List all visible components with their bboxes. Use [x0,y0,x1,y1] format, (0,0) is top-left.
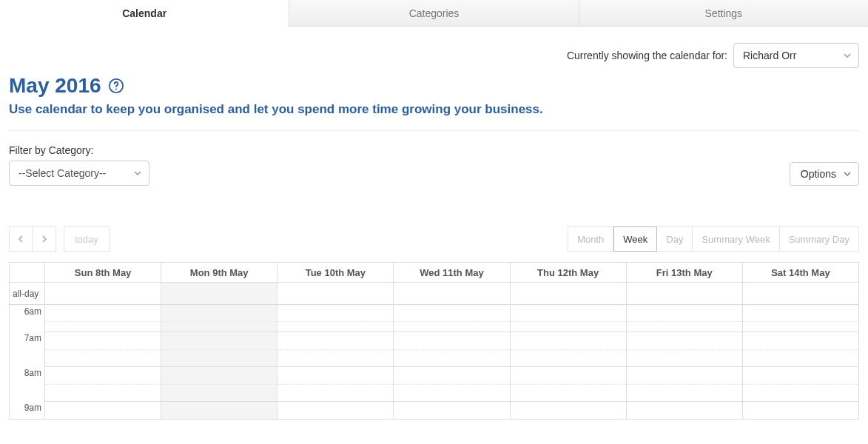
time-cell[interactable] [511,305,627,332]
time-cell[interactable] [161,401,277,419]
time-axis: 6am [10,305,45,332]
day-header-label: Fri 13th May [656,267,713,278]
top-tabs: Calendar Categories Settings [0,0,868,27]
view-summary-week[interactable]: Summary Week [693,226,779,252]
help-icon[interactable] [108,78,124,94]
view-week[interactable]: Week [613,226,657,252]
view-label: Day [666,234,683,245]
day-header-label: Tue 10th May [306,267,366,278]
time-cell[interactable] [161,332,277,366]
time-label: 7am [24,333,41,343]
filter-label: Filter by Category: [9,144,149,156]
time-cell[interactable] [394,305,510,332]
day-header: Tue 10th May [277,263,394,283]
allday-cell[interactable] [277,283,394,305]
time-cell[interactable] [394,401,510,419]
view-label: Summary Day [789,234,850,245]
time-cell[interactable] [45,332,161,366]
time-cell[interactable] [627,332,743,366]
time-cell[interactable] [394,366,510,401]
view-day[interactable]: Day [657,226,693,252]
view-month[interactable]: Month [568,226,613,252]
time-row: 7am [10,332,858,366]
page-title-text: May 2016 [9,74,101,97]
time-cell[interactable] [627,305,743,332]
day-header-label: Mon 9th May [190,267,249,278]
time-cell[interactable] [45,401,161,419]
time-cell[interactable] [511,332,627,366]
allday-cell[interactable] [743,283,858,305]
allday-cell[interactable] [627,283,743,305]
allday-cell[interactable] [511,283,627,305]
day-header-label: Sat 14th May [771,267,830,278]
day-header-label: Wed 11th May [420,267,483,278]
time-cell[interactable] [511,366,627,401]
tab-categories[interactable]: Categories [289,0,579,26]
prev-button[interactable] [9,226,33,252]
allday-label: all-day [10,283,45,305]
allday-cell[interactable] [394,283,510,305]
options-button-label: Options [801,168,836,180]
day-header: Sat 14th May [743,263,858,283]
svg-point-1 [115,88,117,90]
tab-calendar[interactable]: Calendar [0,0,289,27]
user-select[interactable]: Richard Orr [733,43,859,68]
day-header-label: Sun 8th May [75,267,132,278]
next-button[interactable] [33,226,56,252]
tab-settings[interactable]: Settings [579,0,868,26]
time-cell[interactable] [161,366,277,401]
time-axis: 8am [10,366,45,401]
time-cell[interactable] [627,401,743,419]
time-label: 8am [24,368,41,378]
category-select[interactable]: --Select Category-- [9,161,149,186]
user-picker-prefix: Currently showing the calendar for: [567,50,727,61]
time-cell[interactable] [743,366,858,401]
chevron-down-icon [844,172,851,176]
tab-label: Calendar [122,7,166,19]
time-cell[interactable] [743,305,858,332]
page-subtitle: Use calendar to keep you organised and l… [9,102,859,117]
time-row: 8am [10,366,858,401]
allday-cell[interactable] [45,283,161,305]
view-label: Summary Week [702,234,770,245]
caret-left-icon [18,232,24,246]
time-cell[interactable] [277,366,394,401]
time-cell[interactable] [45,366,161,401]
view-switcher: Month Week Day Summary Week Summary Day [568,226,859,252]
today-button-label: today [75,234,98,245]
time-axis: 9am [10,401,45,419]
day-header-label: Thu 12th May [537,267,599,278]
time-cell[interactable] [277,401,394,419]
time-cell[interactable] [743,401,858,419]
time-cell[interactable] [627,366,743,401]
chevron-down-icon [134,171,141,175]
time-cell[interactable] [277,305,394,332]
view-summary-day[interactable]: Summary Day [780,226,859,252]
time-row: 9am [10,401,858,419]
time-label: 9am [24,403,41,413]
chevron-down-icon [844,53,851,58]
day-header: Wed 11th May [394,263,510,283]
time-cell[interactable] [45,305,161,332]
time-axis: 7am [10,332,45,366]
time-cell[interactable] [161,305,277,332]
time-row: 6am [10,305,858,332]
page-title: May 2016 [9,74,859,98]
today-button[interactable]: today [64,226,110,252]
category-select-value: --Select Category-- [18,167,106,179]
time-cell[interactable] [277,332,394,366]
time-cell[interactable] [511,401,627,419]
view-label: Month [577,234,604,245]
calendar-grid: Sun 8th May Mon 9th May Tue 10th May Wed… [9,262,859,420]
time-cell[interactable] [743,332,858,366]
day-header: Sun 8th May [45,263,161,283]
day-header: Fri 13th May [627,263,743,283]
time-cell[interactable] [394,332,510,366]
allday-cell[interactable] [161,283,277,305]
user-picker: Currently showing the calendar for: Rich… [567,43,859,68]
view-label: Week [623,234,647,245]
divider [9,130,859,131]
caret-right-icon [41,232,47,246]
options-button[interactable]: Options [790,162,859,186]
day-header: Mon 9th May [161,263,277,283]
